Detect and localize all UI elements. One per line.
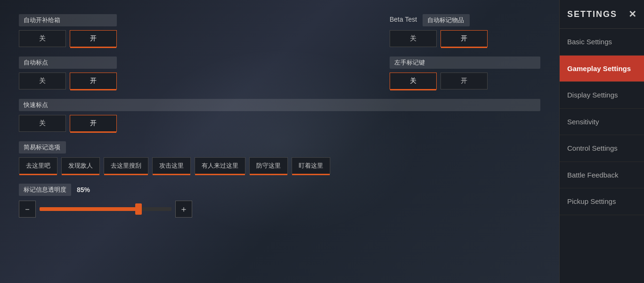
auto-mark-label: 自动标点 [19,57,117,69]
sidebar-item-basic-label: Basic Settings [567,38,612,46]
sidebar-item-control[interactable]: Control Settings [560,135,644,162]
tag-btn-0[interactable]: 去这里吧 [19,157,57,174]
slider-thumb[interactable] [135,203,142,215]
transparency-value: 85% [77,186,90,194]
transparency-label: 标记信息透明度 [19,184,71,196]
tag-btn-6[interactable]: 盯着这里 [292,157,330,174]
simple-mark-label: 简易标记选项 [19,141,66,154]
tag-btn-3[interactable]: 攻击这里 [152,157,191,174]
simple-mark-section: 简易标记选项 去这里吧 发现敌人 去这里搜刮 攻击这里 有人来过这里 防守这里 … [19,141,540,174]
quick-mark-toggle-row: 关 开 [19,115,540,132]
top-settings-row: 自动开补给箱 关 开 Beta Test 自动标记物品 关 开 [19,14,540,47]
left-hand-mark-label: 左手标记键 [390,57,540,69]
sidebar-item-gameplay[interactable]: Gameplay Settings [560,56,644,82]
auto-mark-toggle-row: 关 开 [19,73,117,89]
auto-mark-items-group: Beta Test 自动标记物品 关 开 [390,14,540,47]
quick-mark-section: 快速标点 关 开 [19,99,540,132]
sidebar: SETTINGS ✕ Basic Settings Gameplay Setti… [559,0,644,283]
quick-mark-on-btn[interactable]: 开 [70,115,117,132]
sidebar-header: SETTINGS ✕ [560,0,644,29]
quick-mark-label: 快速标点 [19,99,540,111]
row2: 自动标点 关 开 左手标记键 关 开 [19,57,540,89]
sidebar-item-sensitivity-label: Sensitivity [567,118,599,126]
close-btn[interactable]: ✕ [628,8,636,20]
sidebar-item-control-label: Control Settings [567,144,618,152]
tag-btn-5[interactable]: 防守这里 [249,157,288,174]
auto-mark-items-on-btn[interactable]: 开 [440,30,488,47]
auto-mark-group: 自动标点 关 开 [19,57,117,89]
auto-mark-items-toggle-row: 关 开 [390,30,540,47]
left-hand-col: 左手标记键 关 开 [390,57,540,89]
auto-mark-items-label: 自动标记物品 [423,14,470,26]
slider-label-row: 标记信息透明度 85% [19,184,540,196]
quick-mark-off-btn[interactable]: 关 [19,115,66,132]
beta-test-col: Beta Test 自动标记物品 关 开 [390,14,540,47]
slider-plus-btn[interactable]: ＋ [175,201,192,218]
auto-supply-label: 自动开补给箱 [19,14,117,26]
beta-test-label: Beta Test [390,16,417,23]
sidebar-item-battle[interactable]: Battle Feedback [560,162,644,189]
auto-mark-off-btn[interactable]: 关 [19,73,66,89]
tag-btn-2[interactable]: 去这里搜刮 [104,157,148,174]
auto-supply-on-btn[interactable]: 开 [70,30,117,47]
quick-tags-row: 去这里吧 发现敌人 去这里搜刮 攻击这里 有人来过这里 防守这里 盯着这里 [19,157,540,174]
auto-supply-off-btn[interactable]: 关 [19,30,66,47]
sidebar-item-gameplay-label: Gameplay Settings [567,65,631,73]
tag-btn-1[interactable]: 发现敌人 [61,157,100,174]
left-hand-mark-group: 左手标记键 关 开 [390,57,540,89]
plus-icon: ＋ [179,203,188,215]
sidebar-item-sensitivity[interactable]: Sensitivity [560,109,644,136]
tag-btn-4[interactable]: 有人来过这里 [195,157,245,174]
content-area: 自动开补给箱 关 开 Beta Test 自动标记物品 关 开 自动标点 [0,0,559,283]
auto-mark-items-off-btn[interactable]: 关 [390,30,437,47]
left-hand-mark-toggle-row: 关 开 [390,73,540,89]
auto-supply-group: 自动开补给箱 关 开 [19,14,117,47]
left-hand-mark-off-btn[interactable]: 关 [390,73,437,89]
transparency-section: 标记信息透明度 85% － ＋ [19,184,540,218]
sidebar-item-basic[interactable]: Basic Settings [560,29,644,56]
slider-minus-btn[interactable]: － [19,201,36,218]
sidebar-item-display-label: Display Settings [567,91,618,99]
sidebar-item-battle-label: Battle Feedback [567,171,618,179]
sidebar-item-display[interactable]: Display Settings [560,82,644,109]
slider-fill [40,207,139,211]
left-hand-mark-on-btn[interactable]: 开 [440,73,488,89]
sidebar-title: SETTINGS [567,9,617,19]
minus-icon: － [23,203,32,215]
slider-track[interactable] [40,207,171,211]
sidebar-item-pickup-label: Pickup Settings [567,197,616,205]
sidebar-item-pickup[interactable]: Pickup Settings [560,188,644,215]
auto-supply-toggle-row: 关 开 [19,30,117,47]
slider-row: － ＋ [19,201,540,218]
quick-mark-group: 快速标点 关 开 [19,99,540,132]
auto-mark-on-btn[interactable]: 开 [70,73,117,89]
